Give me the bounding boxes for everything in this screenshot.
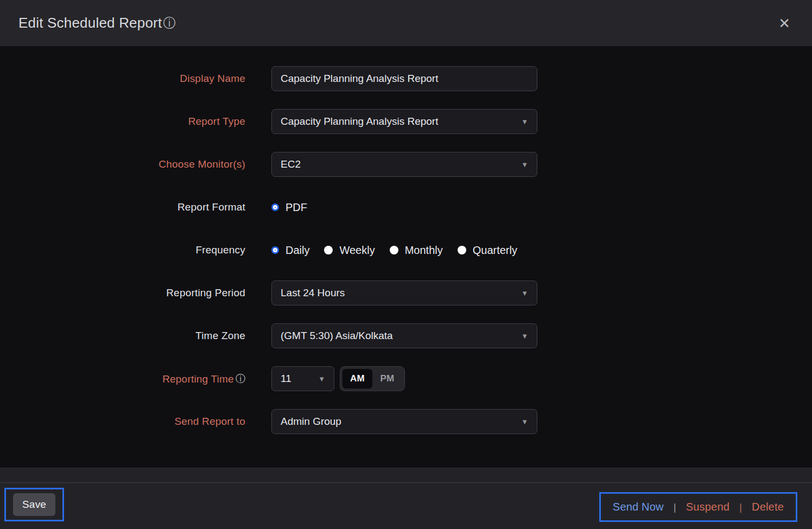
dialog-header: Edit Scheduled Reportⓘ ✕	[0, 0, 812, 46]
radio-quarterly-label: Quarterly	[473, 244, 517, 257]
choose-monitors-label: Choose Monitor(s)	[0, 158, 245, 170]
send-report-to-value: Admin Group	[281, 416, 341, 428]
row-reporting-time: Reporting Timeⓘ 11 ▼ AM PM	[0, 366, 812, 391]
send-report-to-label: Send Report to	[0, 416, 245, 428]
reporting-period-select[interactable]: Last 24 Hours ▼	[271, 281, 537, 305]
radio-daily[interactable]: Daily	[271, 244, 309, 257]
row-report-format: Report Format PDF	[0, 195, 812, 220]
radio-unselected-icon	[324, 246, 333, 254]
reporting-hour-select[interactable]: 11 ▼	[271, 366, 334, 391]
row-reporting-period: Reporting Period Last 24 Hours ▼	[0, 281, 812, 305]
radio-weekly-label: Weekly	[339, 244, 375, 257]
dialog-body: Display Name Report Type Capacity Planni…	[0, 46, 812, 468]
meridiem-toggle: AM PM	[340, 366, 405, 391]
chevron-down-icon: ▼	[521, 332, 528, 340]
radio-quarterly[interactable]: Quarterly	[458, 244, 517, 257]
meridiem-pm[interactable]: PM	[372, 369, 402, 388]
row-choose-monitors: Choose Monitor(s) EC2 ▼	[0, 152, 812, 177]
report-format-label: Report Format	[0, 201, 245, 213]
reporting-period-value: Last 24 Hours	[281, 287, 345, 299]
radio-pdf-label: PDF	[286, 201, 307, 214]
choose-monitors-select[interactable]: EC2 ▼	[271, 152, 537, 177]
row-time-zone: Time Zone (GMT 5:30) Asia/Kolkata ▼	[0, 323, 812, 348]
row-frequency: Frequency Daily Weekly Monthly	[0, 238, 812, 263]
info-icon: ⓘ	[236, 373, 245, 384]
radio-selected-icon	[273, 205, 277, 209]
radio-daily-label: Daily	[286, 244, 309, 257]
report-type-select[interactable]: Capacity Planning Analysis Report ▼	[271, 109, 537, 134]
separator: |	[674, 501, 676, 513]
radio-unselected-icon	[458, 246, 466, 254]
reporting-hour-value: 11	[281, 373, 291, 385]
delete-button[interactable]: Delete	[752, 501, 784, 513]
reporting-time-label: Reporting Timeⓘ	[0, 372, 245, 385]
choose-monitors-value: EC2	[281, 158, 301, 170]
reporting-period-label: Reporting Period	[0, 287, 245, 299]
row-send-report-to: Send Report to Admin Group ▼	[0, 409, 812, 434]
save-button[interactable]: Save	[13, 493, 55, 516]
edit-scheduled-report-dialog: Edit Scheduled Reportⓘ ✕ Display Name Re…	[0, 0, 812, 529]
send-now-button[interactable]: Send Now	[613, 501, 664, 513]
separator: |	[739, 501, 742, 513]
save-highlight-outline: Save	[4, 488, 64, 521]
chevron-down-icon: ▼	[521, 161, 528, 169]
frequency-label: Frequency	[0, 244, 245, 256]
info-icon: ⓘ	[163, 17, 175, 29]
time-zone-value: (GMT 5:30) Asia/Kolkata	[281, 330, 393, 342]
row-report-type: Report Type Capacity Planning Analysis R…	[0, 109, 812, 134]
send-report-to-select[interactable]: Admin Group ▼	[271, 409, 537, 434]
report-format-radio-group: PDF	[271, 201, 307, 214]
radio-weekly[interactable]: Weekly	[324, 244, 375, 257]
time-zone-label: Time Zone	[0, 330, 245, 342]
radio-pdf[interactable]: PDF	[271, 201, 307, 214]
actions-highlight-outline: Send Now | Suspend | Delete	[599, 492, 797, 522]
display-name-input[interactable]	[271, 66, 537, 91]
display-name-label: Display Name	[0, 73, 245, 85]
time-zone-select[interactable]: (GMT 5:30) Asia/Kolkata ▼	[271, 323, 537, 348]
radio-monthly[interactable]: Monthly	[390, 244, 443, 257]
suspend-button[interactable]: Suspend	[686, 501, 729, 513]
report-type-value: Capacity Planning Analysis Report	[281, 116, 438, 128]
chevron-down-icon: ▼	[521, 289, 528, 297]
chevron-down-icon: ▼	[521, 118, 528, 126]
chevron-down-icon: ▼	[318, 375, 325, 383]
dialog-title-text: Edit Scheduled Report	[18, 15, 162, 31]
radio-unselected-icon	[390, 246, 398, 254]
row-display-name: Display Name	[0, 66, 812, 91]
chevron-down-icon: ▼	[521, 418, 528, 426]
report-type-label: Report Type	[0, 116, 245, 128]
radio-monthly-label: Monthly	[405, 244, 443, 257]
close-icon[interactable]: ✕	[775, 14, 794, 33]
frequency-radio-group: Daily Weekly Monthly Quarterly	[271, 244, 517, 257]
radio-selected-icon	[273, 248, 277, 252]
dialog-title: Edit Scheduled Reportⓘ	[18, 15, 176, 31]
dialog-footer: Save Send Now | Suspend | Delete	[0, 468, 812, 529]
meridiem-am[interactable]: AM	[342, 369, 372, 388]
